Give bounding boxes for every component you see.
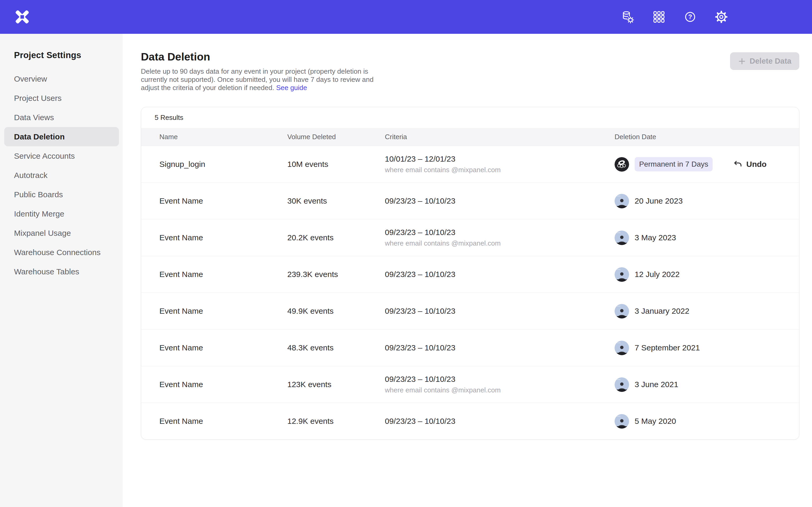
- row-deletion-date: 20 June 2023: [615, 194, 799, 208]
- sidebar-item-data-deletion[interactable]: Data Deletion: [4, 127, 119, 146]
- avatar: [615, 304, 629, 319]
- page-header-text: Data Deletion Delete up to 90 days data …: [141, 51, 376, 92]
- row-deletion-date: 5 May 2020: [615, 414, 799, 429]
- row-criteria: 09/23/23 – 10/10/23: [385, 417, 615, 426]
- row-criteria: 09/23/23 – 10/10/23: [385, 196, 615, 206]
- avatar: [615, 157, 629, 172]
- plus-icon: [738, 57, 746, 65]
- page-description: Delete up to 90 days data for any event …: [141, 67, 376, 92]
- criteria-range: 09/23/23 – 10/10/23: [385, 375, 615, 384]
- row-name: Event Name: [159, 196, 287, 206]
- avatar: [615, 377, 629, 392]
- table-row: Event Name 239.3K events 09/23/23 – 10/1…: [141, 256, 799, 293]
- avatar: [615, 341, 629, 355]
- deletion-date-text: 7 September 2021: [635, 343, 700, 352]
- row-volume: 20.2K events: [287, 233, 385, 242]
- avatar: [615, 230, 629, 245]
- avatar: [615, 267, 629, 282]
- row-criteria: 10/01/23 – 12/01/23 where email contains…: [385, 155, 615, 174]
- table-row: Event Name 20.2K events 09/23/23 – 10/10…: [141, 219, 799, 256]
- table-row: Signup_login 10M events 10/01/23 – 12/01…: [141, 146, 799, 182]
- row-criteria: 09/23/23 – 10/10/23: [385, 270, 615, 279]
- sidebar-item-public-boards[interactable]: Public Boards: [0, 185, 123, 204]
- row-volume: 239.3K events: [287, 270, 385, 279]
- column-header-deletion-date: Deletion Date: [615, 133, 799, 141]
- apps-grid-icon[interactable]: [652, 10, 666, 24]
- sidebar-item-mixpanel-usage[interactable]: Mixpanel Usage: [0, 223, 123, 243]
- status-badge: Permanent in 7 Days: [635, 157, 713, 171]
- sidebar-title: Project Settings: [14, 50, 123, 60]
- sidebar: Project Settings Overview Project Users …: [0, 34, 123, 507]
- row-name: Event Name: [159, 306, 287, 316]
- undo-label: Undo: [746, 160, 767, 169]
- data-settings-icon[interactable]: [621, 10, 635, 24]
- page-title: Data Deletion: [141, 51, 376, 63]
- sidebar-item-warehouse-connections[interactable]: Warehouse Connections: [0, 243, 123, 262]
- row-deletion-date: 3 May 2023: [615, 230, 799, 245]
- sidebar-item-autotrack[interactable]: Autotrack: [0, 166, 123, 185]
- column-header-volume-deleted: Volume Deleted: [287, 133, 385, 141]
- deletion-date-text: 5 May 2020: [635, 417, 676, 426]
- see-guide-link[interactable]: See guide: [276, 84, 307, 92]
- row-volume: 48.3K events: [287, 343, 385, 352]
- row-name: Event Name: [159, 417, 287, 426]
- avatar: [615, 194, 629, 208]
- help-glyph: ?: [688, 13, 692, 20]
- avatar: [615, 414, 629, 429]
- deletion-date-text: 3 January 2022: [635, 306, 689, 316]
- delete-data-button[interactable]: Delete Data: [730, 52, 799, 70]
- criteria-range: 09/23/23 – 10/10/23: [385, 196, 615, 206]
- sidebar-item-project-users[interactable]: Project Users: [0, 89, 123, 108]
- row-criteria: 09/23/23 – 10/10/23: [385, 306, 615, 316]
- criteria-where-clause: where email contains @mixpanel.com: [385, 239, 615, 247]
- row-name: Event Name: [159, 233, 287, 242]
- row-deletion-date: 3 June 2021: [615, 377, 799, 392]
- table-row: Event Name 30K events 09/23/23 – 10/10/2…: [141, 182, 799, 219]
- help-icon[interactable]: ?: [683, 10, 697, 24]
- column-header-criteria: Criteria: [385, 133, 615, 141]
- topbar-icons: ?: [621, 10, 728, 24]
- deletion-date-text: 3 June 2021: [635, 380, 678, 389]
- page-header: Data Deletion Delete up to 90 days data …: [141, 51, 799, 92]
- row-deletion-date: 3 January 2022: [615, 304, 799, 319]
- row-volume: 10M events: [287, 160, 385, 169]
- undo-button[interactable]: Undo: [733, 160, 767, 169]
- sidebar-item-data-views[interactable]: Data Views: [0, 108, 123, 127]
- column-header-name: Name: [159, 133, 287, 141]
- row-name: Event Name: [159, 270, 287, 279]
- criteria-where-clause: where email contains @mixpanel.com: [385, 386, 615, 394]
- sidebar-nav: Overview Project Users Data Views Data D…: [0, 69, 123, 281]
- sidebar-item-identity-merge[interactable]: Identity Merge: [0, 204, 123, 223]
- settings-icon[interactable]: [714, 10, 728, 24]
- mixpanel-logo[interactable]: [13, 8, 31, 25]
- row-criteria: 09/23/23 – 10/10/23 where email contains…: [385, 375, 615, 394]
- sidebar-item-service-accounts[interactable]: Service Accounts: [0, 146, 123, 166]
- results-count: 5 Results: [141, 107, 799, 128]
- criteria-range: 09/23/23 – 10/10/23: [385, 228, 615, 237]
- row-criteria: 09/23/23 – 10/10/23 where email contains…: [385, 228, 615, 247]
- sidebar-item-warehouse-tables[interactable]: Warehouse Tables: [0, 262, 123, 281]
- row-deletion-date: 12 July 2022: [615, 267, 799, 282]
- row-volume: 30K events: [287, 196, 385, 206]
- criteria-range: 09/23/23 – 10/10/23: [385, 417, 615, 426]
- row-name: Signup_login: [159, 160, 287, 169]
- table-row: Event Name 48.3K events 09/23/23 – 10/10…: [141, 329, 799, 366]
- row-deletion-date: Permanent in 7 Days Undo: [615, 157, 799, 172]
- delete-data-label: Delete Data: [750, 57, 792, 65]
- deletion-date-text: 20 June 2023: [635, 196, 683, 206]
- page-description-text: Delete up to 90 days data for any event …: [141, 67, 373, 92]
- row-name: Event Name: [159, 343, 287, 352]
- criteria-range: 09/23/23 – 10/10/23: [385, 270, 615, 279]
- table-row: Event Name 12.9K events 09/23/23 – 10/10…: [141, 403, 799, 439]
- criteria-where-clause: where email contains @mixpanel.com: [385, 166, 615, 174]
- row-volume: 123K events: [287, 380, 385, 389]
- sidebar-item-overview[interactable]: Overview: [0, 69, 123, 89]
- row-deletion-date: 7 September 2021: [615, 341, 799, 355]
- criteria-range: 10/01/23 – 12/01/23: [385, 155, 615, 163]
- row-criteria: 09/23/23 – 10/10/23: [385, 343, 615, 352]
- row-name: Event Name: [159, 380, 287, 389]
- table-row: Event Name 123K events 09/23/23 – 10/10/…: [141, 366, 799, 403]
- criteria-range: 09/23/23 – 10/10/23: [385, 306, 615, 316]
- row-volume: 49.9K events: [287, 306, 385, 316]
- criteria-range: 09/23/23 – 10/10/23: [385, 343, 615, 352]
